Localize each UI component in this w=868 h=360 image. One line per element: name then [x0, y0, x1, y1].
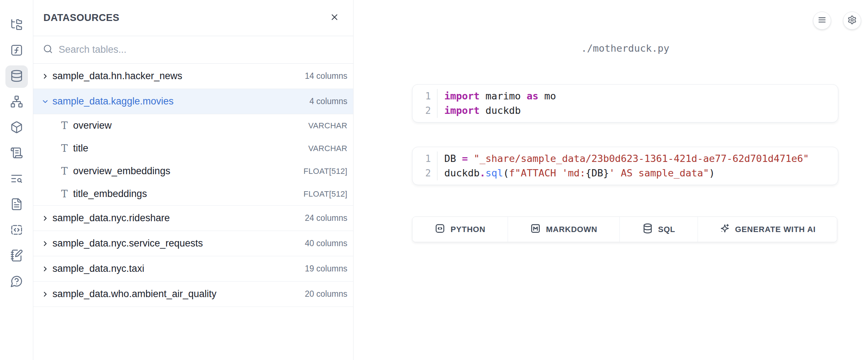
- table-column-count: 4 columns: [309, 97, 347, 106]
- settings-button[interactable]: [843, 12, 861, 30]
- column-type: VARCHAR: [308, 144, 347, 153]
- panel-title: DATASOURCES: [43, 12, 119, 23]
- code-editor[interactable]: import marimo as moimport duckdb: [437, 89, 838, 118]
- text-type-icon: T: [59, 143, 69, 154]
- scratchpad-icon: [10, 249, 23, 263]
- table-column-count: 14 columns: [305, 71, 347, 81]
- sidebar-item-variables[interactable]: [5, 40, 28, 62]
- column-row[interactable]: T overview_embeddings FLOAT[512]: [33, 160, 353, 183]
- line-number-gutter: 12: [412, 89, 437, 118]
- code-editor[interactable]: DB = "_share/sample_data/23b0d623-1361-4…: [437, 151, 838, 180]
- python-code-icon: [435, 223, 445, 236]
- sidebar-item-outline[interactable]: [5, 142, 28, 165]
- sparkles-icon: [719, 223, 730, 236]
- sidebar-item-logs[interactable]: [5, 168, 28, 190]
- sidebar-item-snippets[interactable]: [5, 219, 28, 242]
- notebook-filename[interactable]: ./motherduck.py: [412, 43, 838, 57]
- app-window: DATASOURCES sample_data.hn.hacker_news 1…: [0, 0, 868, 360]
- x-icon: [330, 12, 339, 23]
- column-type: FLOAT[512]: [304, 167, 347, 176]
- sidebar-item-help[interactable]: [5, 271, 28, 293]
- column-row[interactable]: T overview VARCHAR: [33, 114, 353, 137]
- table-name: sample_data.who.ambient_air_quality: [52, 288, 216, 300]
- chevron-right-icon: [41, 240, 49, 248]
- column-name: title: [73, 143, 88, 154]
- text-search-icon: [10, 172, 23, 187]
- column-name: overview: [73, 120, 112, 131]
- chevron-down-icon: [41, 98, 49, 106]
- column-name: title_embeddings: [73, 188, 147, 200]
- scroll-text-icon: [10, 146, 23, 161]
- columns-group: T overview VARCHAR T title VARCHAR T ove…: [33, 114, 353, 206]
- table-row[interactable]: sample_data.who.ambient_air_quality 20 c…: [33, 282, 353, 307]
- table-row[interactable]: sample_data.nyc.taxi 19 columns: [33, 256, 353, 282]
- button-label: PYTHON: [450, 225, 485, 234]
- table-name: sample_data.kaggle.movies: [52, 96, 174, 107]
- code-square-icon: [10, 223, 23, 238]
- line-number: 1: [425, 89, 431, 103]
- sidebar-item-documentation[interactable]: [5, 194, 28, 216]
- column-row[interactable]: T title VARCHAR: [33, 137, 353, 160]
- generate-with-ai-button[interactable]: GENERATE WITH AI: [698, 217, 837, 242]
- tables-list: sample_data.hn.hacker_news 14 columns sa…: [33, 64, 353, 360]
- search-icon: [43, 44, 53, 56]
- column-type: FLOAT[512]: [304, 189, 347, 199]
- markdown-icon: [530, 223, 541, 236]
- column-row[interactable]: T title_embeddings FLOAT[512]: [33, 183, 353, 205]
- table-column-count: 24 columns: [305, 213, 347, 223]
- top-actions: [813, 12, 861, 30]
- datasources-panel: DATASOURCES sample_data.hn.hacker_news 1…: [33, 0, 353, 360]
- database-icon: [10, 69, 23, 84]
- table-row[interactable]: sample_data.nyc.service_requests 40 colu…: [33, 231, 353, 256]
- column-name: overview_embeddings: [73, 166, 170, 177]
- table-name: sample_data.nyc.rideshare: [52, 213, 170, 224]
- dependency-graph-icon: [10, 95, 23, 110]
- database-icon: [642, 223, 653, 236]
- code-line: import duckdb: [444, 103, 838, 118]
- package-icon: [10, 121, 23, 135]
- notebook-menu-button[interactable]: [813, 12, 831, 30]
- line-number-gutter: 12: [412, 151, 437, 180]
- search-tables-input[interactable]: [59, 44, 347, 55]
- table-column-count: 40 columns: [305, 239, 347, 248]
- table-row[interactable]: sample_data.kaggle.movies 4 columns: [33, 89, 353, 114]
- table-row[interactable]: sample_data.hn.hacker_news 14 columns: [33, 64, 353, 89]
- add-markdown-cell-button[interactable]: MARKDOWN: [508, 217, 620, 242]
- sidebar-item-packages[interactable]: [5, 117, 28, 139]
- sidebar-item-dependencies[interactable]: [5, 91, 28, 113]
- code-line: duckdb.sql(f"ATTACH 'md:{DB}' AS sample_…: [444, 166, 838, 180]
- left-icon-rail: [0, 0, 33, 360]
- button-label: MARKDOWN: [546, 225, 597, 234]
- hamburger-menu-icon: [817, 15, 827, 26]
- line-number: 2: [425, 103, 431, 118]
- code-cell-imports: 12 import marimo as moimport duckdb: [412, 84, 838, 123]
- notebook-main: ./motherduck.py 12 import marimo as moim…: [353, 0, 868, 360]
- close-panel-button[interactable]: [330, 12, 339, 23]
- text-type-icon: T: [59, 166, 69, 177]
- text-type-icon: T: [59, 120, 69, 131]
- file-tree-icon: [10, 18, 23, 33]
- sidebar-item-scratchpad[interactable]: [5, 245, 28, 267]
- chevron-right-icon: [41, 290, 49, 298]
- table-name: sample_data.nyc.service_requests: [52, 238, 203, 249]
- text-type-icon: T: [59, 188, 69, 200]
- add-python-cell-button[interactable]: PYTHON: [412, 217, 508, 242]
- add-sql-cell-button[interactable]: SQL: [620, 217, 698, 242]
- code-line: import marimo as mo: [444, 89, 838, 103]
- code-line: DB = "_share/sample_data/23b0d623-1361-4…: [444, 151, 838, 166]
- help-chat-icon: [10, 275, 23, 289]
- button-label: GENERATE WITH AI: [735, 225, 816, 234]
- table-row[interactable]: sample_data.nyc.rideshare 24 columns: [33, 206, 353, 231]
- line-number: 2: [425, 166, 431, 180]
- gear-icon: [847, 15, 857, 26]
- sidebar-item-file-tree[interactable]: [5, 14, 28, 37]
- sidebar-item-datasources[interactable]: [5, 65, 28, 88]
- search-tables-row: [33, 36, 353, 64]
- chevron-right-icon: [41, 265, 49, 273]
- chevron-right-icon: [41, 72, 49, 80]
- table-column-count: 20 columns: [305, 289, 347, 299]
- line-number: 1: [425, 151, 431, 166]
- table-name: sample_data.hn.hacker_news: [52, 70, 182, 82]
- document-icon: [10, 198, 23, 212]
- column-type: VARCHAR: [308, 121, 347, 130]
